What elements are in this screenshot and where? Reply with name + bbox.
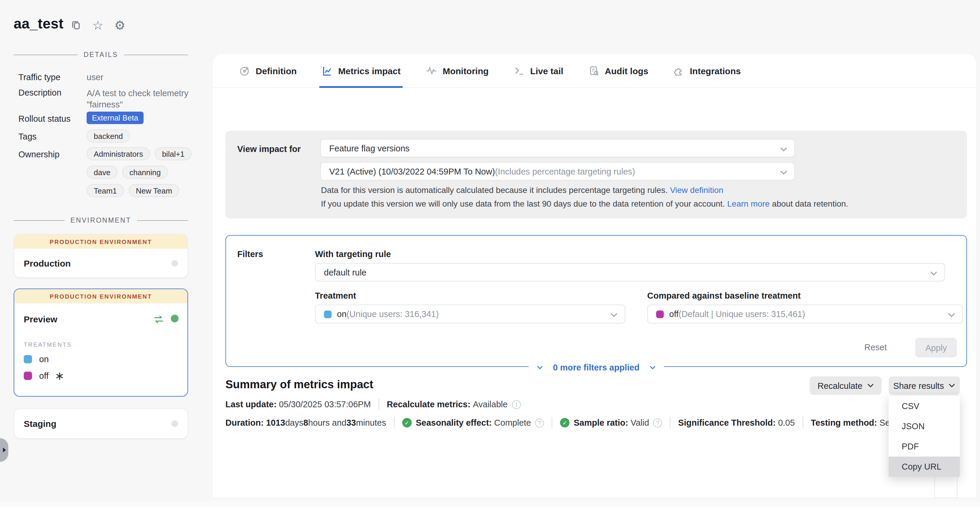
- production-environment-banner: PRODUCTION ENVIRONMENT: [14, 289, 188, 303]
- star-icon[interactable]: ☆: [91, 18, 104, 32]
- check-icon: ✓: [402, 418, 412, 427]
- details-header: DETAILS: [84, 51, 118, 58]
- puzzle-icon: [673, 65, 684, 76]
- gear-icon[interactable]: ⚙: [113, 18, 126, 32]
- learn-more-link[interactable]: Learn more: [727, 199, 770, 208]
- menu-item-json[interactable]: JSON: [889, 416, 960, 436]
- menu-item-csv[interactable]: CSV: [889, 396, 960, 416]
- treatment-name: off: [39, 371, 49, 381]
- help-icon[interactable]: ?: [535, 418, 544, 427]
- chevron-down-icon: [948, 384, 955, 387]
- treatment-select[interactable]: on (Unique users: 316,341): [315, 305, 625, 324]
- chart-line-icon: [321, 65, 333, 76]
- owner-chip[interactable]: bilal+1: [155, 147, 192, 160]
- tab-integrations[interactable]: Integrations: [673, 54, 741, 87]
- baseline-select[interactable]: off (Default | Unique users: 315,461): [647, 305, 963, 324]
- view-impact-label: View impact for: [237, 144, 301, 154]
- environment-header: ENVIRONMENT: [70, 217, 131, 224]
- summary-title: Summary of metrics impact: [226, 378, 373, 391]
- view-definition-link[interactable]: View definition: [670, 185, 724, 195]
- environment-divider: ENVIRONMENT: [14, 217, 188, 224]
- chevron-down-icon: [780, 143, 787, 153]
- owner-chip[interactable]: channing: [122, 166, 168, 179]
- owner-chip[interactable]: dave: [87, 166, 118, 179]
- share-results-menu: CSV JSON PDF Copy URL: [889, 396, 960, 477]
- treatment-color-on: [24, 355, 32, 364]
- tab-definition[interactable]: Definition: [239, 54, 297, 87]
- swap-icon[interactable]: [154, 315, 164, 326]
- sidebar-collapse-handle[interactable]: [0, 438, 8, 462]
- environment-card-preview[interactable]: PRODUCTION ENVIRONMENT Preview TREATMENT…: [14, 289, 188, 397]
- environment-name: Staging: [24, 419, 56, 429]
- apply-button[interactable]: Apply: [915, 338, 957, 357]
- summary-meta-row-2: Duration: 1013 days 8 hours and 33 minut…: [226, 417, 895, 429]
- environment-name: Preview: [24, 314, 57, 324]
- traffic-type-value: user: [87, 72, 103, 82]
- tab-metrics-impact[interactable]: Metrics impact: [321, 54, 401, 87]
- reset-button[interactable]: Reset: [864, 343, 887, 352]
- status-dot: [171, 315, 178, 322]
- share-menu-footer: [934, 475, 958, 498]
- share-results-button[interactable]: Share results: [889, 376, 960, 395]
- environment-name: Production: [24, 258, 71, 268]
- pulse-icon: [425, 65, 437, 76]
- bottom-scroll-band: [0, 497, 980, 507]
- description-value: A/A test to check telemetry "fairness": [87, 88, 191, 110]
- menu-item-pdf[interactable]: PDF: [889, 436, 960, 456]
- description-label: Description: [18, 88, 61, 97]
- traffic-type-label: Traffic type: [18, 72, 60, 82]
- help-icon[interactable]: ?: [653, 418, 662, 427]
- tab-monitoring[interactable]: Monitoring: [425, 54, 488, 87]
- more-filters-toggle[interactable]: 0 more filters applied: [528, 361, 664, 374]
- treatments-header: TREATMENTS: [24, 341, 72, 348]
- chevron-down-icon: [867, 384, 874, 387]
- status-dot: [172, 420, 178, 427]
- impact-scope-select[interactable]: Feature flag versions: [320, 139, 795, 157]
- audit-log-icon: [588, 65, 600, 76]
- chevron-down-icon: [611, 309, 617, 319]
- summary-meta-row-1: Last update: 05/30/2025 03:57:06PM Recal…: [226, 399, 520, 410]
- filters-title: Filters: [237, 249, 263, 259]
- menu-item-copy-url[interactable]: Copy URL: [889, 456, 960, 477]
- treatment-color-on: [324, 310, 332, 318]
- chevron-down-icon: [649, 366, 655, 369]
- version-note-line1: Data for this version is automatically c…: [321, 185, 724, 195]
- check-icon: ✓: [560, 418, 570, 427]
- rollout-status-label: Rollout status: [18, 114, 71, 123]
- owner-chip[interactable]: Administrators: [87, 147, 150, 160]
- production-environment-banner: PRODUCTION ENVIRONMENT: [14, 234, 188, 249]
- rollout-status-badge[interactable]: External Beta: [87, 112, 143, 124]
- owner-chip[interactable]: New Team: [129, 184, 179, 197]
- treatment-color-off: [656, 310, 664, 318]
- version-select[interactable]: V21 (Active) (10/03/2022 04:59PM To Now)…: [320, 162, 795, 180]
- view-impact-panel: View impact for Feature flag versions V2…: [226, 131, 967, 218]
- owner-chip[interactable]: Team1: [87, 184, 124, 197]
- treatment-color-off: [24, 371, 32, 380]
- terminal-icon: [514, 65, 525, 76]
- copy-icon[interactable]: [69, 18, 83, 32]
- tab-bar: Definition Metrics impact Monitoring Liv…: [213, 54, 976, 88]
- info-icon[interactable]: i: [512, 400, 520, 409]
- ownership-label: Ownership: [18, 150, 60, 159]
- treatment-name: on: [39, 354, 49, 364]
- page-title: aa_test: [14, 16, 64, 32]
- environment-card-production[interactable]: PRODUCTION ENVIRONMENT Production: [14, 234, 188, 278]
- baseline-label: Compared against baseline treatment: [647, 291, 800, 300]
- targeting-rule-select[interactable]: default rule: [315, 263, 945, 281]
- details-divider: DETAILS: [14, 51, 188, 58]
- tab-live-tail[interactable]: Live tail: [514, 54, 563, 87]
- tag-chip[interactable]: backend: [87, 129, 130, 142]
- main-panel: Definition Metrics impact Monitoring Liv…: [213, 54, 976, 507]
- chevron-down-icon: [780, 167, 787, 176]
- targeting-rule-label: With targeting rule: [315, 249, 391, 259]
- version-note-line2: If you update this version we will only …: [321, 199, 848, 208]
- environment-card-staging[interactable]: Staging: [14, 408, 188, 439]
- chevron-down-icon: [930, 268, 937, 277]
- recalculate-button[interactable]: Recalculate: [810, 376, 881, 395]
- tab-audit-logs[interactable]: Audit logs: [588, 54, 648, 87]
- status-dot: [172, 260, 178, 266]
- default-treatment-icon: [56, 372, 64, 379]
- tags-label: Tags: [18, 132, 37, 141]
- target-icon: [239, 65, 250, 76]
- chevron-down-icon: [537, 366, 543, 369]
